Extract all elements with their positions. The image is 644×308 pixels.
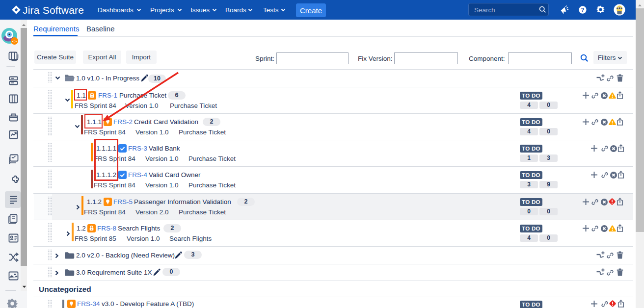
svg-text:<>: <>	[12, 39, 17, 44]
svg-text:?: ?	[581, 7, 585, 13]
